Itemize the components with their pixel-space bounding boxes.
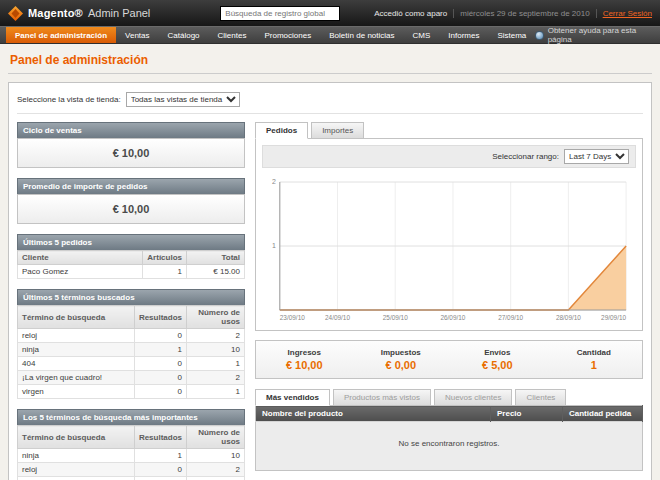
magento-logo: Magento® Admin Panel bbox=[8, 6, 150, 21]
svg-text:2: 2 bbox=[272, 178, 276, 185]
column-header: Número de usos bbox=[187, 306, 245, 329]
table-row[interactable]: reloj 0 2 bbox=[18, 329, 245, 343]
svg-text:24/09/10: 24/09/10 bbox=[325, 314, 350, 321]
last-orders-title: Últimos 5 pedidos bbox=[17, 234, 245, 250]
tab-pedidos[interactable]: Pedidos bbox=[255, 122, 308, 139]
last-orders-box: Últimos 5 pedidos Cliente Artículos Tota… bbox=[17, 234, 245, 279]
tab-importes[interactable]: Importes bbox=[311, 122, 364, 139]
average-orders-box: Promedio de importe de pedidos € 10,00 bbox=[17, 178, 245, 224]
empty-message: No se encontraron registros. bbox=[256, 422, 643, 471]
nav-item-sistema[interactable]: Sistema bbox=[488, 27, 535, 43]
empty-row: No se encontraron registros. bbox=[256, 422, 643, 471]
lifetime-sales-box: Ciclo de ventas € 10,00 bbox=[17, 122, 245, 168]
column-header: Término de búsqueda bbox=[18, 306, 135, 329]
lifetime-sales-value: € 10,00 bbox=[17, 138, 245, 168]
chart-panel: Seleccionar rango: Last 7 Days 1223/09/1… bbox=[255, 138, 643, 331]
svg-text:29/09/10: 29/09/10 bbox=[601, 314, 626, 321]
column-header: Número de usos bbox=[187, 426, 245, 449]
top-search-title: Los 5 términos de búsqueda más important… bbox=[17, 409, 245, 425]
bestsellers-table: Nombre del producto Precio Cantidad pedi… bbox=[255, 405, 643, 471]
last-orders-table: Cliente Artículos Total Paco Gomez 1 € 1… bbox=[17, 250, 245, 279]
nav-item-catalogo[interactable]: Catálogo bbox=[159, 27, 209, 43]
tab-nuevos-clientes[interactable]: Nuevos clientes bbox=[434, 389, 512, 406]
chart-tabs: Pedidos Importes bbox=[255, 122, 643, 139]
table-row[interactable]: 404 0 1 bbox=[18, 357, 245, 371]
brand-name: Magento® bbox=[28, 7, 83, 19]
last-search-table: Término de búsqueda Resultados Número de… bbox=[17, 305, 245, 399]
help-icon bbox=[535, 31, 543, 40]
table-row[interactable]: reloj 0 2 bbox=[18, 463, 245, 477]
column-header: Precio bbox=[491, 406, 563, 422]
range-label: Seleccionar rango: bbox=[492, 152, 559, 161]
table-row[interactable]: virgen 0 1 bbox=[18, 385, 245, 399]
column-header: Total bbox=[187, 251, 245, 265]
tab-mas-vendidos[interactable]: Más vendidos bbox=[255, 389, 330, 406]
nav-item-ventas[interactable]: Ventas bbox=[116, 27, 158, 43]
store-view-select[interactable]: Todas las vistas de tienda bbox=[126, 92, 240, 107]
nav-item-clientes[interactable]: Clientes bbox=[209, 27, 256, 43]
store-switcher: Seleccione la vista de tienda: Todas las… bbox=[17, 91, 643, 114]
top-search-table: Término de búsqueda Resultados Número de… bbox=[17, 425, 245, 480]
nav-item-boletin[interactable]: Boletín de noticias bbox=[320, 27, 403, 43]
table-row[interactable]: ninja 1 10 bbox=[18, 343, 245, 357]
total-cantidad: Cantidad 1 bbox=[546, 346, 643, 373]
app-title: Admin Panel bbox=[88, 7, 150, 19]
nav-item-cms[interactable]: CMS bbox=[404, 27, 440, 43]
tab-clientes[interactable]: Clientes bbox=[515, 389, 566, 406]
totals-bar: Ingresos € 10,00 Impuestos € 0,00 Envíos… bbox=[255, 340, 643, 379]
svg-text:23/09/10: 23/09/10 bbox=[280, 314, 305, 321]
page-title: Panel de administración bbox=[8, 51, 652, 74]
table-row[interactable]: Paco Gomez 1 € 15.00 bbox=[18, 265, 245, 279]
nav-item-informes[interactable]: Informes bbox=[439, 27, 488, 43]
svg-text:25/09/10: 25/09/10 bbox=[383, 314, 408, 321]
average-orders-value: € 10,00 bbox=[17, 194, 245, 224]
lifetime-sales-title: Ciclo de ventas bbox=[17, 122, 245, 138]
last-search-title: Últimos 5 términos buscados bbox=[17, 289, 245, 305]
dashboard-right-column: Pedidos Importes Seleccionar rango: Last… bbox=[255, 122, 643, 471]
svg-text:1: 1 bbox=[272, 242, 276, 249]
average-orders-title: Promedio de importe de pedidos bbox=[17, 178, 245, 194]
total-impuestos: Impuestos € 0,00 bbox=[353, 346, 450, 373]
top-bar: Magento® Admin Panel Accedió como aparo … bbox=[0, 0, 660, 26]
column-header: Cantidad pedida bbox=[563, 406, 643, 422]
dashboard-container: Seleccione la vista de tienda: Todas las… bbox=[8, 82, 652, 480]
table-row[interactable]: ninja 1 10 bbox=[18, 449, 245, 463]
column-header: Término de búsqueda bbox=[18, 426, 135, 449]
grid-tabs: Más vendidos Productos más vistos Nuevos… bbox=[255, 389, 643, 406]
total-ingresos: Ingresos € 10,00 bbox=[256, 346, 353, 373]
page-help-link[interactable]: Obtener ayuda para esta página bbox=[535, 27, 660, 43]
table-row[interactable]: ¡La virgen que cuadro! 0 2 bbox=[18, 371, 245, 385]
logout-link[interactable]: Cerrar Sesión bbox=[596, 9, 652, 18]
nav-item-promociones[interactable]: Promociones bbox=[255, 27, 320, 43]
main-nav: Panel de administración Ventas Catálogo … bbox=[0, 26, 660, 44]
total-envios: Envíos € 5,00 bbox=[449, 346, 546, 373]
orders-chart: 1223/09/1024/09/1025/09/1026/09/1027/09/… bbox=[262, 174, 636, 324]
column-header: Artículos bbox=[143, 251, 187, 265]
column-header: Resultados bbox=[134, 306, 186, 329]
magento-logo-icon bbox=[8, 6, 23, 21]
column-header: Cliente bbox=[18, 251, 143, 265]
page-content: Panel de administración Seleccione la vi… bbox=[0, 44, 660, 480]
last-search-box: Últimos 5 términos buscados Término de b… bbox=[17, 289, 245, 399]
top-search-box: Los 5 términos de búsqueda más important… bbox=[17, 409, 245, 480]
svg-text:26/09/10: 26/09/10 bbox=[440, 314, 465, 321]
range-bar: Seleccionar rango: Last 7 Days bbox=[262, 145, 636, 168]
current-date: miércoles 29 de septiembre de 2010 bbox=[453, 9, 589, 18]
help-label: Obtener ayuda para esta página bbox=[548, 26, 652, 44]
global-search-input[interactable] bbox=[220, 6, 340, 21]
range-select[interactable]: Last 7 Days bbox=[564, 149, 629, 164]
dashboard-left-column: Ciclo de ventas € 10,00 Promedio de impo… bbox=[17, 122, 245, 480]
store-switcher-label: Seleccione la vista de tienda: bbox=[17, 95, 121, 104]
nav-item-dashboard[interactable]: Panel de administración bbox=[6, 27, 116, 43]
table-row[interactable]: ¡La virgen que cuadro! 0 2 bbox=[18, 477, 245, 480]
svg-text:27/09/10: 27/09/10 bbox=[498, 314, 523, 321]
column-header: Nombre del producto bbox=[256, 406, 491, 422]
svg-text:28/09/10: 28/09/10 bbox=[556, 314, 581, 321]
column-header: Resultados bbox=[134, 426, 186, 449]
tab-productos-mas-vistos[interactable]: Productos más vistos bbox=[333, 389, 431, 406]
logged-in-text: Accedió como aparo bbox=[374, 9, 447, 18]
